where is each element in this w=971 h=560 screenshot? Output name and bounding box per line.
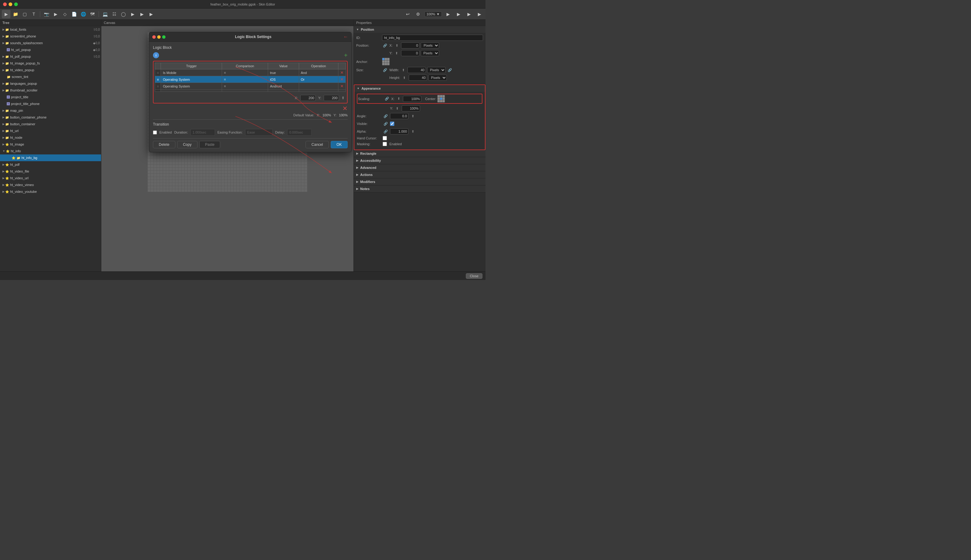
position-x-unit[interactable]: Pixels [421,42,439,48]
alpha-link-icon[interactable]: 🔗 [383,128,389,135]
id-input[interactable] [382,35,483,41]
scale-y-input[interactable] [402,105,420,112]
xy-stepper[interactable]: ⬆ [342,96,345,100]
tree-item-ht-image-popup[interactable]: ▶ 📁 ht_image_popup_fs [0,60,101,67]
height-input[interactable] [409,75,427,81]
tree-item-map-pin[interactable]: ▶ 📁 map_pin [0,107,101,114]
tree-item-ht-image[interactable]: ▶ ⭐ ht_image [0,141,101,148]
delete-row-button[interactable]: ✕ [340,77,344,82]
logic-block-dialog[interactable]: Logic Block Settings ← Logic Block i + [149,32,352,152]
actions-section-header[interactable]: ▶ Actions [354,171,486,178]
alpha-stepper[interactable]: ⬆ [410,128,416,135]
tree-item-ht-info-bg[interactable]: ⭐ 📁 ht_info_bg [0,155,101,161]
delay-input[interactable] [287,129,312,136]
table-row[interactable]: ≡ Operating System = Android ✕ [155,83,346,90]
globe-button[interactable]: 🌐 [79,10,87,18]
folder-button[interactable]: 📁 [11,10,20,18]
anchor-cell[interactable] [385,60,387,63]
tree-item-ht-video-url[interactable]: ▶ ⭐ ht_video_url [0,175,101,182]
scale-x-stepper[interactable]: ⬆ [395,96,402,102]
video-button[interactable]: ▶ [138,10,146,18]
position-y-input[interactable] [401,50,419,56]
close-button[interactable] [3,2,7,6]
tree-item-project-title-phone[interactable]: 🅷 project_title_phone [0,100,101,107]
easing-input[interactable] [245,129,273,136]
position-section-header[interactable]: ▼ Position [354,26,486,33]
monitor-button[interactable]: 💻 [101,10,109,18]
tree-item-ht-video-vimeo[interactable]: ▶ ⭐ ht_video_vimeo [0,182,101,188]
center-cell[interactable] [437,98,440,100]
advanced-section-header[interactable]: ▶ Advanced [354,164,486,171]
anchor-cell[interactable] [382,60,384,63]
cancel-button[interactable]: Cancel [305,141,329,148]
dialog-min-button[interactable] [157,35,160,39]
hand-cursor-checkbox[interactable] [383,136,387,140]
undo-button[interactable]: ↩ [404,10,412,18]
center-cell[interactable] [442,95,445,97]
y-stepper-icon[interactable]: ⬆ [394,50,400,56]
user-button[interactable]: ▶ [475,10,484,18]
text-button[interactable]: T [30,10,38,18]
size-link-icon[interactable]: 🔗 [382,67,388,73]
tree-item-ht-pdf-popup[interactable]: ▶ 📁 ht_pdf_popup ⇧0,0 [0,53,101,60]
center-cell[interactable] [437,100,440,102]
tree-item-ht-video-file[interactable]: ▶ ⭐ ht_video_file [0,168,101,175]
delete-row-button[interactable]: ✕ [340,70,344,75]
anchor-cell[interactable] [387,63,389,65]
anchor-cell[interactable] [382,63,384,65]
copy-button[interactable]: Copy [177,141,197,148]
table-row[interactable]: ≡ Operating System = iOS Or ✕ [155,76,346,83]
tree-item-ht-url[interactable]: ▶ 📁 ht_url [0,127,101,134]
tree-item-project-title[interactable]: 🅷 project_title [0,93,101,100]
window-button[interactable]: ▢ [20,10,29,18]
map-button[interactable]: 🗺 [88,10,97,18]
tree-item-ht-info[interactable]: ▼ ⭐ ht_info [0,148,101,155]
position-x-input[interactable] [401,42,419,48]
lock-icon[interactable]: 🔗 [447,67,453,73]
delete-row-button[interactable]: ✕ [340,84,344,88]
position-y-unit[interactable]: Pixels [421,50,439,56]
tree-item-ht-url-popup[interactable]: 🅷 ht_url_popup ◆0,0 [0,47,101,53]
tree-item-thumbnail[interactable]: ▶ 📁 thumbnail_scroller [0,87,101,93]
masking-checkbox[interactable] [383,142,387,146]
center-cell[interactable] [440,95,442,97]
anchor-cell[interactable] [387,60,389,63]
grid-button[interactable]: ☷ [110,10,118,18]
tree-item-btn-container[interactable]: ▶ 📁 button_container [0,121,101,127]
rectangle-section-header[interactable]: ▶ Rectangle [354,150,486,157]
preview-button[interactable]: ▶ [444,10,452,18]
modifiers-section-header[interactable]: ▶ Modifiers [354,178,486,185]
angle-link-icon[interactable]: 🔗 [383,113,389,119]
scaling-link-icon[interactable]: 🔗 [384,96,390,102]
scale-y-stepper[interactable]: ⬆ [394,105,400,112]
script-button[interactable]: ▶ [147,10,155,18]
export-button[interactable]: ▶ [454,10,463,18]
table-row[interactable]: ≡ Is Mobile = true And ✕ [155,69,346,76]
center-cell[interactable] [442,100,445,102]
tree-item-screentint[interactable]: ▶ 📁 screentint_phone ⇧0,0 [0,33,101,40]
appearance-section-header[interactable]: ▼ Appearance [354,85,485,92]
notes-section-header[interactable]: ▶ Notes [354,185,486,192]
tree-item-btn-container-phone[interactable]: ▶ 📁 button_container_phone [0,114,101,121]
add-row-button[interactable]: + [344,52,348,58]
width-stepper-icon[interactable]: ⬆ [400,67,406,73]
minimize-button[interactable] [8,2,12,6]
anchor-cell[interactable] [387,58,389,60]
center-cell[interactable] [442,98,445,100]
dialog-close-button[interactable] [152,35,156,39]
cursor-button[interactable]: ▶ [51,10,60,18]
visible-checkbox[interactable] [390,122,394,126]
height-stepper-icon[interactable]: ⬆ [401,75,407,81]
tree-item-local-fonts[interactable]: ▶ 📁 local_fonts ⇧0,0 [0,26,101,33]
anchor-cell[interactable] [385,63,387,65]
center-grid[interactable] [437,95,445,103]
select-tool-button[interactable]: ▶ [2,10,10,18]
tree-item-screen-tint[interactable]: 📁 screen_tint [0,73,101,80]
tree-item-ht-video-popup[interactable]: ▶ 📁 ht_video_popup [0,67,101,73]
tree-item-sounds[interactable]: ▶ 📁 sounds_splashscreen ◆0,0 [0,40,101,47]
plugin-button[interactable]: ◯ [119,10,128,18]
width-unit[interactable]: Pixels [427,67,445,73]
anchor-cell[interactable] [385,58,387,60]
tree-item-ht-video-youtube[interactable]: ▶ ⭐ ht_video_youtube [0,188,101,195]
enabled-checkbox[interactable] [153,130,157,135]
